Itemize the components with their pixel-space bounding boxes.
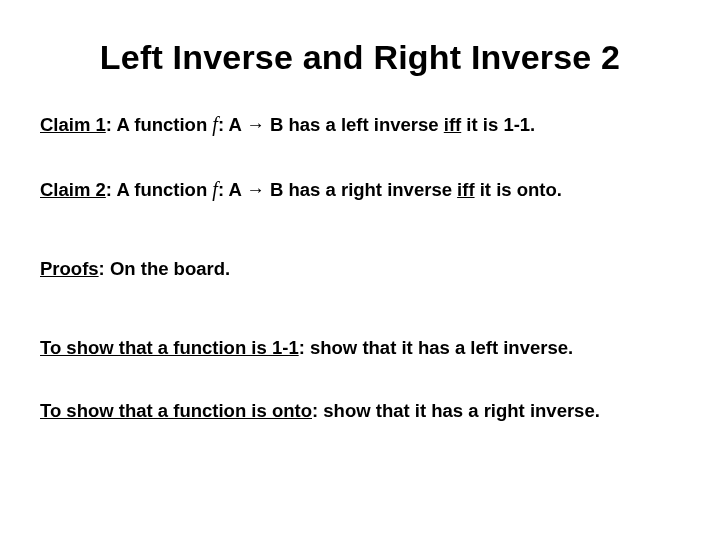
claim-2-tail: it is onto. [475, 179, 562, 200]
slide-title: Left Inverse and Right Inverse 2 [40, 38, 680, 77]
slide: Left Inverse and Right Inverse 2 Claim 1… [0, 0, 720, 540]
iff-text: iff [457, 179, 474, 200]
show-2-line: To show that a function is onto: show th… [40, 399, 680, 424]
claim-2-mid1: : A [218, 179, 246, 200]
claim-1-tail: it is 1-1. [461, 114, 535, 135]
show-1-line: To show that a function is 1-1: show tha… [40, 336, 680, 361]
claim-1-mid2: B has a left inverse [265, 114, 444, 135]
show-2-text: : show that it has a right inverse. [312, 400, 600, 421]
arrow-icon: → [246, 115, 265, 135]
iff-text: iff [444, 114, 461, 135]
claim-2-mid2: B has a right inverse [265, 179, 457, 200]
arrow-icon: → [246, 180, 265, 200]
claim-1: Claim 1: A function f: A → B has a left … [40, 111, 680, 138]
claim-1-mid1: : A [218, 114, 246, 135]
claim-2-pre: : A function [106, 179, 213, 200]
claim-1-pre: : A function [106, 114, 213, 135]
claim-2: Claim 2: A function f: A → B has a right… [40, 176, 680, 203]
show-1-text: : show that it has a left inverse. [299, 337, 573, 358]
claim-2-label: Claim 2 [40, 179, 106, 200]
show-1-underline: To show that a function is 1-1 [40, 337, 299, 358]
proofs-line: Proofs: On the board. [40, 257, 680, 282]
show-2-underline: To show that a function is onto [40, 400, 312, 421]
proofs-text: : On the board. [99, 258, 231, 279]
claim-1-label: Claim 1 [40, 114, 106, 135]
proofs-label: Proofs [40, 258, 99, 279]
